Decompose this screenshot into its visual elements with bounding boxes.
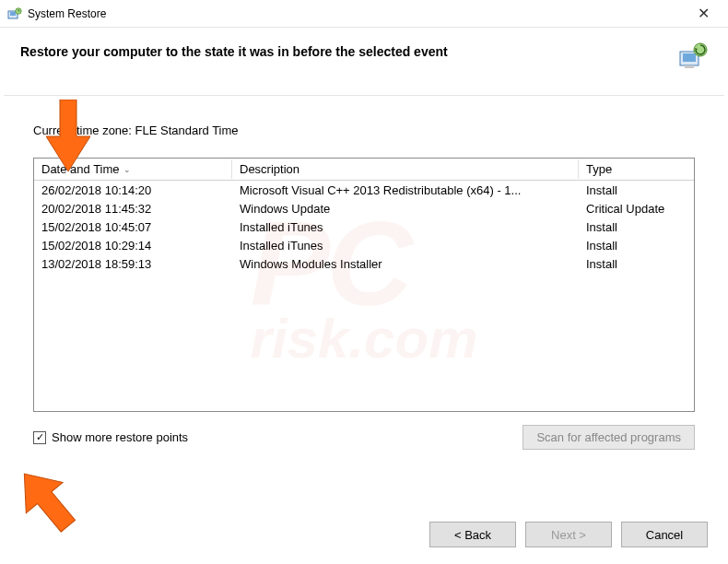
checkbox-box: ✓ bbox=[33, 431, 46, 444]
show-more-restore-points-checkbox[interactable]: ✓ Show more restore points bbox=[33, 430, 188, 444]
cell-date: 13/02/2018 18:59:13 bbox=[34, 256, 232, 272]
header: Restore your computer to the state it wa… bbox=[0, 28, 728, 87]
cell-date: 20/02/2018 11:45:32 bbox=[34, 201, 232, 217]
back-button[interactable]: < Back bbox=[429, 522, 516, 547]
svg-rect-5 bbox=[685, 65, 694, 68]
scan-for-affected-programs-button: Scan for affected programs bbox=[523, 425, 695, 450]
column-header-description[interactable]: Description bbox=[232, 159, 579, 179]
cell-date: 15/02/2018 10:45:07 bbox=[34, 219, 232, 235]
content-area: Current time zone: FLE Standard Time Dat… bbox=[0, 87, 728, 450]
table-row[interactable]: 15/02/2018 10:29:14Installed iTunesInsta… bbox=[34, 236, 694, 254]
cell-type: Install bbox=[579, 219, 694, 235]
titlebar: System Restore ✕ bbox=[0, 0, 728, 28]
restore-points-table[interactable]: Date and Time⌄ Description Type 26/02/20… bbox=[33, 158, 695, 412]
cell-description: Installed iTunes bbox=[232, 238, 579, 253]
table-row[interactable]: 26/02/2018 10:14:20Microsoft Visual C++ … bbox=[34, 181, 694, 199]
cell-description: Windows Modules Installer bbox=[232, 256, 579, 272]
column-header-type[interactable]: Type bbox=[579, 159, 694, 179]
table-body: 26/02/2018 10:14:20Microsoft Visual C++ … bbox=[34, 181, 694, 273]
cell-date: 15/02/2018 10:29:14 bbox=[34, 238, 232, 253]
table-header: Date and Time⌄ Description Type bbox=[34, 159, 694, 181]
cell-date: 26/02/2018 10:14:20 bbox=[34, 182, 232, 198]
timezone-label: Current time zone: FLE Standard Time bbox=[33, 123, 695, 137]
cell-description: Windows Update bbox=[232, 201, 579, 217]
close-button[interactable]: ✕ bbox=[687, 1, 721, 26]
cell-type: Install bbox=[579, 238, 694, 253]
cell-type: Critical Update bbox=[579, 201, 694, 217]
wizard-buttons: < Back Next > Cancel bbox=[429, 522, 708, 547]
table-row[interactable]: 20/02/2018 11:45:32Windows UpdateCritica… bbox=[34, 199, 694, 217]
next-button: Next > bbox=[525, 522, 612, 547]
system-restore-large-icon bbox=[678, 41, 708, 70]
column-header-date[interactable]: Date and Time⌄ bbox=[34, 159, 232, 179]
cell-type: Install bbox=[579, 256, 694, 272]
svg-rect-4 bbox=[683, 53, 696, 62]
system-restore-icon bbox=[7, 6, 22, 21]
cancel-button[interactable]: Cancel bbox=[621, 522, 708, 547]
cell-description: Installed iTunes bbox=[232, 219, 579, 235]
table-row[interactable]: 13/02/2018 18:59:13Windows Modules Insta… bbox=[34, 254, 694, 273]
svg-rect-1 bbox=[10, 12, 16, 16]
cell-description: Microsoft Visual C++ 2013 Redistributabl… bbox=[232, 182, 579, 198]
separator bbox=[4, 95, 724, 96]
page-heading: Restore your computer to the state it wa… bbox=[20, 44, 708, 59]
sort-chevron-icon: ⌄ bbox=[123, 165, 131, 174]
checkbox-label: Show more restore points bbox=[52, 430, 188, 444]
window-title: System Restore bbox=[28, 7, 687, 20]
annotation-arrow-diagonal-icon bbox=[13, 468, 87, 540]
table-row[interactable]: 15/02/2018 10:45:07Installed iTunesInsta… bbox=[34, 217, 694, 236]
cell-type: Install bbox=[579, 182, 694, 198]
